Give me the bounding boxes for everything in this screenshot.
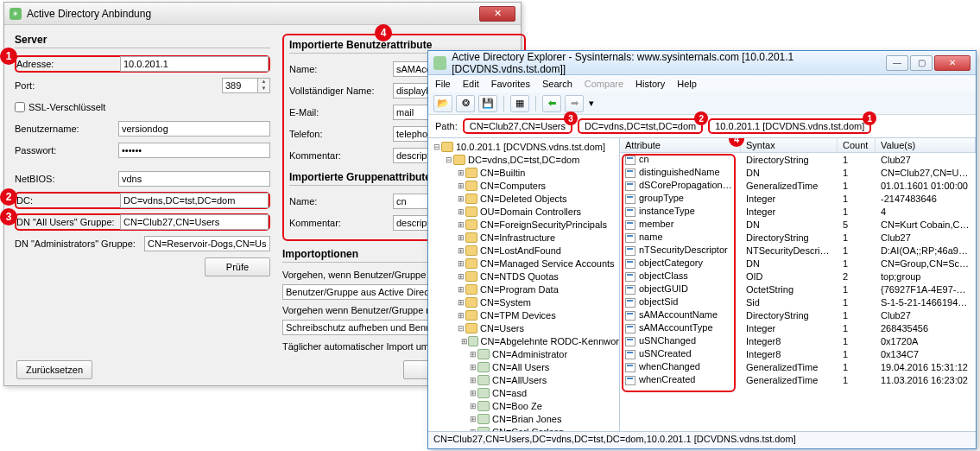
attribute-row[interactable]: cnDirectoryString1Club27 bbox=[620, 153, 976, 166]
input-dn-admins[interactable] bbox=[144, 236, 270, 251]
tree-node[interactable]: ⊞CN=AllUsers bbox=[428, 373, 619, 386]
tree-node[interactable]: ⊟CN=Users bbox=[428, 321, 619, 334]
attribute-row[interactable]: dSCorePropagationDataGeneralizedTime101.… bbox=[620, 179, 976, 192]
tree-node[interactable]: ⊟10.0.201.1 [DCVDNS.vdns.tst.dom] bbox=[428, 140, 619, 153]
attribute-row[interactable]: uSNCreatedInteger810x134C7 bbox=[620, 347, 976, 360]
forward-icon[interactable]: ➡ bbox=[565, 95, 584, 112]
reset-button[interactable]: Zurücksetzen bbox=[16, 360, 92, 379]
refresh-icon[interactable]: ❂ bbox=[456, 95, 475, 112]
tree-node[interactable]: ⊞CN=System bbox=[428, 295, 619, 308]
tree-node[interactable]: ⊞CN=TPM Devices bbox=[428, 308, 619, 321]
close-icon[interactable]: ✕ bbox=[479, 6, 515, 22]
tree-node[interactable]: ⊞CN=asd bbox=[428, 386, 619, 399]
input-port[interactable] bbox=[222, 78, 258, 93]
path-badge-2: 2 bbox=[694, 111, 708, 125]
minimize-icon[interactable]: — bbox=[886, 55, 908, 71]
menu-file[interactable]: File bbox=[435, 79, 451, 89]
tree-node[interactable]: ⊞CN=Brian Jones bbox=[428, 412, 619, 425]
col-syntax[interactable]: Syntax bbox=[741, 138, 838, 152]
attribute-row[interactable]: objectClassOID2top;group bbox=[620, 270, 976, 283]
label-benutzername: Benutzername: bbox=[15, 124, 118, 134]
menu-compare[interactable]: Compare bbox=[585, 79, 623, 89]
input-netbios[interactable] bbox=[118, 171, 270, 187]
attribute-row[interactable]: whenChangedGeneralizedTime119.04.2016 15… bbox=[620, 360, 976, 373]
path-seg-2[interactable]: DC=vdns,DC=tst,DC=dom 2 bbox=[578, 118, 703, 134]
row-adresse: Adresse: bbox=[15, 55, 270, 73]
attribute-row[interactable]: instanceTypeInteger14 bbox=[620, 205, 976, 218]
menu-favorites[interactable]: Favorites bbox=[491, 79, 530, 89]
open-icon[interactable]: 📂 bbox=[433, 95, 452, 112]
attribute-row[interactable]: whenCreatedGeneralizedTime111.03.2016 16… bbox=[620, 373, 976, 386]
col-values[interactable]: Value(s) bbox=[876, 138, 976, 152]
input-passwort[interactable] bbox=[118, 143, 270, 158]
menu-help[interactable]: Help bbox=[677, 79, 697, 89]
attribute-row[interactable]: memberDN5CN=Kurt Cobain,CN=Users,DC=v bbox=[620, 218, 976, 231]
explorer-titlebar[interactable]: Active Directory Explorer - Sysinternals… bbox=[428, 51, 976, 75]
tree-node[interactable]: ⊟DC=vdns,DC=tst,DC=dom bbox=[428, 153, 619, 166]
close-icon[interactable]: ✕ bbox=[934, 55, 971, 71]
input-benutzername[interactable] bbox=[118, 121, 270, 137]
checkbox-ssl[interactable] bbox=[15, 102, 25, 112]
tree-node[interactable]: ⊞CN=Builtin bbox=[428, 166, 619, 179]
input-dn-allusers[interactable] bbox=[120, 214, 269, 230]
section-server: Server bbox=[15, 34, 270, 48]
tree-node[interactable]: ⊞CN=NTDS Quotas bbox=[428, 270, 619, 283]
attribute-row[interactable]: sAMAccountTypeInteger1268435456 bbox=[620, 321, 976, 334]
tree-node[interactable]: ⊞CN=Managed Service Accounts bbox=[428, 257, 619, 270]
col-attribute[interactable]: Attribute bbox=[620, 138, 741, 152]
tree-node[interactable]: ⊞CN=Abgelehnte RODC-Kennwor bbox=[428, 334, 619, 347]
tree-node[interactable]: ⊞CN=Infrastructure bbox=[428, 231, 619, 244]
badge-3: 3 bbox=[0, 208, 17, 226]
label-ga-kommentar: Kommentar: bbox=[289, 218, 393, 228]
maximize-icon[interactable]: ▢ bbox=[910, 55, 933, 71]
tree-node[interactable]: ⊞CN=LostAndFound bbox=[428, 244, 619, 257]
listview-header[interactable]: Attribute Syntax Count Value(s) bbox=[620, 138, 976, 153]
tree-node[interactable]: ⊞CN=Carl Carlson bbox=[428, 425, 619, 431]
directory-tree[interactable]: ⊟10.0.201.1 [DCVDNS.vdns.tst.dom]⊟DC=vdn… bbox=[428, 138, 620, 431]
label-dn-admins: DN "Administrators" Gruppe: bbox=[15, 238, 144, 249]
path-seg-1[interactable]: 10.0.201.1 [DCVDNS.vdns.tst.dom] 1 bbox=[708, 118, 871, 134]
save-icon[interactable]: 💾 bbox=[478, 95, 497, 112]
attribute-row[interactable]: objectCategoryDN1CN=Group,CN=Schema,CN=C… bbox=[620, 257, 976, 270]
label-dn-allusers: DN "All Users" Gruppe: bbox=[16, 217, 120, 227]
pruefe-button[interactable]: Prüfe bbox=[205, 257, 270, 276]
attribute-row[interactable]: distinguishedNameDN1CN=Club27,CN=Users,D… bbox=[620, 166, 976, 179]
tree-node[interactable]: ⊞CN=Boo Ze bbox=[428, 399, 619, 412]
tree-node[interactable]: ⊞CN=All Users bbox=[428, 360, 619, 373]
properties-icon[interactable]: ▦ bbox=[510, 95, 529, 112]
row-dc: DC: bbox=[15, 192, 270, 209]
attribute-row[interactable]: groupTypeInteger1-2147483646 bbox=[620, 192, 976, 205]
tree-node[interactable]: ⊞CN=Deleted Objects bbox=[428, 192, 619, 205]
label-ua-name: Name: bbox=[289, 64, 393, 74]
label-ssl: SSL-Verschlüsselt bbox=[28, 102, 105, 112]
tree-node[interactable]: ⊞CN=Administrator bbox=[428, 347, 619, 360]
input-adresse[interactable] bbox=[120, 56, 269, 72]
dialog-titlebar[interactable]: ✶ Active Directory Anbindung ✕ bbox=[4, 3, 521, 25]
menu-edit[interactable]: Edit bbox=[463, 79, 479, 89]
attribute-row[interactable]: objectGUIDOctetString1{76927F1A-4E97-450… bbox=[620, 283, 976, 295]
attribute-row[interactable]: sAMAccountNameDirectoryString1Club27 bbox=[620, 308, 976, 321]
input-dc[interactable] bbox=[120, 193, 269, 208]
badge-2: 2 bbox=[0, 188, 17, 206]
tree-node[interactable]: ⊞OU=Domain Controllers bbox=[428, 205, 619, 218]
back-icon[interactable]: ⬅ bbox=[542, 95, 561, 112]
label-ua-telefon: Telefon: bbox=[289, 129, 393, 139]
menu-history[interactable]: History bbox=[635, 79, 665, 89]
row-port: Port: ▲▼ bbox=[15, 77, 270, 94]
path-seg-3[interactable]: CN=Club27,CN=Users 3 bbox=[463, 118, 572, 134]
label-adresse: Adresse: bbox=[16, 59, 120, 69]
port-spinner[interactable]: ▲▼ bbox=[258, 78, 270, 93]
attribute-row[interactable]: nameDirectoryString1Club27 bbox=[620, 231, 976, 244]
attribute-row[interactable]: uSNChangedInteger810x1720A bbox=[620, 334, 976, 347]
tree-node[interactable]: ⊞CN=ForeignSecurityPrincipals bbox=[428, 218, 619, 231]
label-ua-kommentar: Kommentar: bbox=[289, 150, 393, 161]
col-count[interactable]: Count bbox=[838, 138, 876, 152]
menu-search[interactable]: Search bbox=[542, 79, 572, 89]
row-dn-admins: DN "Administrators" Gruppe: bbox=[15, 235, 270, 252]
dialog-title: Active Directory Anbindung bbox=[27, 8, 151, 20]
tree-node[interactable]: ⊞CN=Program Data bbox=[428, 283, 619, 295]
attribute-row[interactable]: objectSidSid1S-1-5-21-1466194350-3174101… bbox=[620, 295, 976, 308]
tree-node[interactable]: ⊞CN=Computers bbox=[428, 179, 619, 192]
listview-body[interactable]: cnDirectoryString1Club27distinguishedNam… bbox=[620, 153, 976, 431]
attribute-row[interactable]: nTSecurityDescriptorNTSecurityDescriptor… bbox=[620, 244, 976, 257]
